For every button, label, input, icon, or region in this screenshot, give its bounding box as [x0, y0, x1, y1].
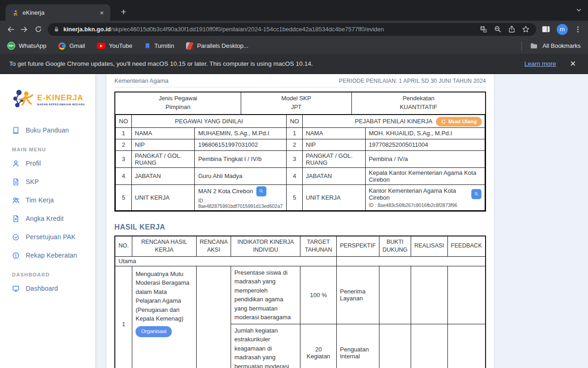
row-no: 5: [287, 184, 303, 210]
row-value: 197708252005011004: [365, 139, 485, 150]
feedback-cell: [447, 324, 486, 368]
card-header: Kementerian Agama PERIODE PENILAIAN: 1 A…: [114, 74, 486, 87]
folder-icon: [530, 42, 538, 49]
unit-kerja-search-button[interactable]: [256, 186, 266, 196]
ekinerja-logo: E-KINERJA BADAN KEPEGAWAIAN NEGARA: [13, 88, 95, 112]
meta-value: Pimpinan: [115, 103, 241, 112]
hasil-kerja-table: NO. RENCANA HASIL KERJA RENCANA AKSI IND…: [114, 236, 486, 368]
perspektif-cell: Penguatan Internal: [337, 324, 379, 368]
target-cell: 100 %: [300, 266, 337, 324]
divider: [521, 41, 522, 51]
bookmark-label: Gmail: [69, 42, 85, 49]
col-no-left: NO: [116, 115, 132, 127]
learn-more-link[interactable]: Learn more: [525, 60, 556, 67]
row-value: Pembina Tingkat I / IV/b: [195, 150, 287, 167]
sidebar-item-buku-panduan[interactable]: Buku Panduan: [0, 121, 95, 139]
group-label: Utama: [115, 256, 337, 266]
sidebar-section-main-menu: MAIN MENU: [12, 147, 95, 152]
row-label: JABATAN: [131, 167, 195, 184]
unit-kerja-id: ID : 8ae483c56fb267c8016fb2c8f2873f96: [369, 202, 481, 208]
table-row: 3 PANGKAT / GOL. RUANG Pembina Tingkat I…: [116, 150, 485, 167]
side-panel-icon[interactable]: [542, 25, 550, 33]
row-label: NIP: [302, 139, 365, 150]
organisasi-badge: Organisasi: [136, 326, 172, 337]
alert-circle-icon: [12, 252, 20, 259]
monitor-icon: [12, 285, 20, 293]
sidebar-item-dashboard[interactable]: Dashboard: [0, 279, 95, 298]
col-rencana-aksi: RENCANA AKSI: [196, 236, 231, 257]
rencana-hasil-kerja-text: Menguatnya Mutu Moderasi Beragama dalam …: [136, 270, 189, 322]
table-row: 5 UNIT KERJA MAN 2 Kota Cirebon ID : 8ae…: [116, 184, 485, 210]
sidebar-item-label: Profil: [26, 160, 41, 167]
sidebar-item-label: Buku Panduan: [26, 126, 69, 134]
all-bookmarks-button[interactable]: All Bookmarks: [521, 41, 581, 51]
url-bar[interactable]: kinerja.bkn.go.id/skp/ec46015d0b3c4f90a3…: [48, 23, 536, 36]
notification-close-icon[interactable]: ✕: [570, 59, 576, 68]
person-icon: [12, 160, 20, 167]
translate-icon[interactable]: [480, 25, 487, 33]
row-label: NAMA: [131, 127, 195, 139]
unit-kerja-right-cell: Kantor Kementerian Agama Kota Cirebon ID…: [365, 184, 485, 210]
tab-title: eKinerja: [23, 9, 93, 16]
bookmark-parallels[interactable]: Parallels Desktop...: [186, 42, 249, 50]
sidebar-item-tim-kerja[interactable]: Tim Kerja: [0, 191, 95, 209]
browser-tab[interactable]: eKinerja ×: [6, 4, 110, 21]
notification-text: To get future Google Chrome updates, you…: [9, 60, 313, 67]
feedback-cell: [447, 266, 486, 324]
sidebar-item-persetujuan-pak[interactable]: Persetujuan PAK: [0, 228, 95, 246]
sidebar-item-rekap-keberatan[interactable]: Rekap Keberatan: [0, 246, 95, 264]
unit-kerja-search-button[interactable]: [471, 189, 481, 199]
profile-avatar[interactable]: m: [557, 24, 568, 35]
pejabat-penilai-label: PEJABAT PENILAI KINERJA: [355, 118, 433, 125]
reload-icon[interactable]: [31, 23, 45, 36]
browser-toolbar: kinerja.bkn.go.id/skp/ec46015d0b3c4f90a3…: [0, 21, 588, 38]
col-pegawai-dinilai: PEGAWAI YANG DINILAI: [131, 115, 287, 127]
tab-list-chevron-icon[interactable]: [575, 6, 582, 14]
bookmark-turnitin[interactable]: Turnitin: [144, 42, 174, 49]
bukti-dukung-cell: [379, 266, 411, 324]
youtube-icon: [97, 43, 105, 49]
forward-icon[interactable]: [17, 23, 31, 36]
unit-kerja-id: ID : 8ae482875991bdf7015991d13ed602a7: [198, 198, 283, 209]
indikator-cell: Presentase siswa di madrasah yang memper…: [231, 266, 300, 324]
document-plus-icon: [12, 215, 20, 223]
identity-table: Jenis Pegawai Pimpinan Model SKP JPT Pen…: [114, 92, 486, 212]
parallels-icon: [186, 42, 193, 50]
lock-icon: [53, 26, 60, 33]
sidebar-item-profil[interactable]: Profil: [0, 154, 95, 172]
meta-pendekatan: Pendekatan KUANTITATIF: [352, 92, 485, 114]
sidebar-item-label: Rekap Keberatan: [26, 252, 77, 259]
logo-subtitle: BADAN KEPEGAWAIAN NEGARA: [37, 103, 85, 106]
menu-kebab-icon[interactable]: [574, 26, 582, 33]
row-no: 3: [287, 150, 303, 167]
share-icon[interactable]: [508, 25, 515, 33]
unit-kerja-value: MAN 2 Kota Cirebon: [198, 188, 253, 195]
indikator-cell: Jumlah kegiatan estrakurikuler keagamaan…: [231, 324, 300, 368]
bookmark-gmail[interactable]: Gmail: [58, 42, 85, 50]
col-no-right: NO: [287, 115, 303, 127]
tab-close-icon[interactable]: ×: [98, 9, 106, 17]
bookmark-youtube[interactable]: YouTube: [97, 42, 132, 49]
sidebar-item-angka-kredit[interactable]: Angka Kredit: [0, 209, 95, 228]
row-label: JABATAN: [302, 167, 365, 184]
bookmark-star-icon[interactable]: [522, 25, 530, 33]
muat-ulang-label: Muat Ulang: [448, 119, 477, 124]
bookmark-whatsapp[interactable]: 99+ WhatsApp: [7, 42, 46, 50]
zoom-icon[interactable]: [494, 25, 502, 33]
meta-jenis-pegawai: Jenis Pegawai Pimpinan: [115, 92, 241, 114]
row-value: Kepala Kantor Kementerian Agama Kota Cir…: [365, 167, 485, 184]
url-path: /skp/ec46015d0b3c4f90a30f1dd1910ff0f0/pe…: [111, 26, 384, 33]
muat-ulang-button[interactable]: Muat Ulang: [436, 117, 482, 126]
assessment-period: PERIODE PENILAIAN: 1 APRIL SD 30 JUNI TA…: [339, 78, 486, 84]
turnitin-icon: [144, 43, 151, 49]
row-label: NAMA: [302, 127, 365, 139]
rencana-aksi-cell: [196, 266, 231, 368]
sidebar-item-skp[interactable]: SKP: [0, 172, 95, 191]
row-no: 4: [116, 167, 132, 184]
row-value: MUHAEMIN, S.Ag., M.Pd.I: [195, 127, 287, 139]
group-row-empty: [337, 256, 486, 266]
back-icon[interactable]: [4, 23, 17, 36]
sidebar-item-label: Persetujuan PAK: [26, 233, 76, 241]
new-tab-button[interactable]: +: [118, 6, 130, 18]
col-feedback: FEEDBACK: [447, 236, 486, 257]
